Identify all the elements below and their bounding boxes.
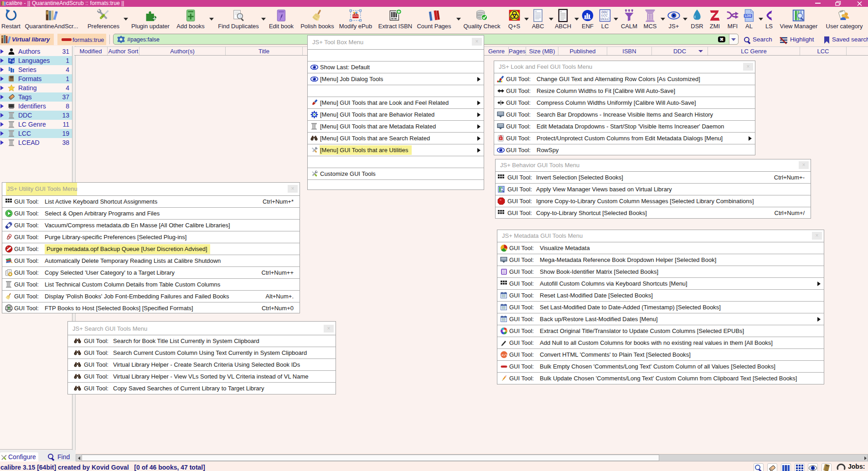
svg-text:LOG: LOG: [745, 14, 751, 17]
svg-text:DDC: DDC: [601, 10, 608, 14]
svg-text:LCC: LCC: [601, 14, 608, 17]
svg-text:A: A: [9, 59, 11, 62]
svg-text:OCLC: OCLC: [600, 17, 609, 20]
svg-text:A: A: [12, 60, 15, 63]
